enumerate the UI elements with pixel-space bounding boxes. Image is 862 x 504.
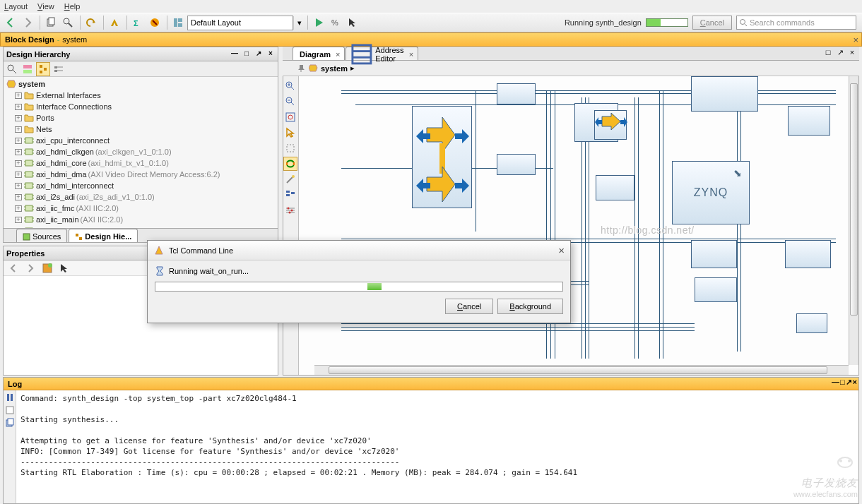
select-tool-icon[interactable] — [283, 126, 297, 140]
cancel-button-toolbar[interactable]: Cancel — [692, 16, 732, 30]
pin-icon[interactable] — [297, 64, 306, 73]
horizontal-scrollbar[interactable] — [314, 365, 849, 375]
expand-toggle[interactable]: + — [15, 217, 22, 223]
settings-icon[interactable] — [283, 203, 297, 217]
tree-item[interactable]: +Nets — [6, 124, 275, 135]
minimize-icon[interactable]: — — [229, 48, 240, 58]
find-button[interactable] — [60, 15, 76, 30]
search-commands[interactable]: Search commands — [736, 16, 856, 30]
expand-toggle[interactable]: + — [15, 205, 22, 212]
zoom-fit-icon[interactable] — [283, 110, 297, 124]
tab-address-editor[interactable]: Address Editor × — [346, 47, 418, 60]
tab-sources[interactable]: Sources — [16, 229, 67, 242]
dialog-cancel-button[interactable]: Cancel — [445, 299, 493, 314]
expand-toggle[interactable]: + — [15, 115, 22, 121]
layout-icon[interactable] — [170, 15, 186, 30]
close-tab-icon[interactable]: × — [409, 50, 413, 59]
ip-block[interactable] — [785, 240, 831, 268]
tree-item[interactable]: +axi_iic_main (AXI IIC:2.0) — [6, 214, 275, 225]
ip-block[interactable] — [691, 240, 737, 268]
tree-item[interactable]: +axi_hdmi_core (axi_hdmi_tx_v1_0:1.0) — [6, 157, 275, 169]
tree-item[interactable]: +Ports — [6, 112, 275, 124]
clear-icon[interactable] — [5, 405, 15, 415]
minimize-icon[interactable]: — — [832, 378, 839, 387]
ip-block[interactable] — [788, 106, 830, 136]
expand-toggle[interactable]: + — [15, 160, 22, 167]
hierarchy-view-icon[interactable] — [283, 188, 297, 202]
ip-block[interactable] — [691, 76, 758, 112]
cancel-run-button[interactable] — [147, 15, 163, 30]
expand-toggle[interactable]: + — [15, 149, 22, 155]
tree-item[interactable]: +axi_hdmi_clkgen (axi_clkgen_v1_0:1.0) — [6, 146, 275, 157]
zoom-in-icon[interactable] — [283, 79, 297, 93]
autolayout-icon[interactable] — [283, 157, 297, 171]
expand-toggle[interactable]: + — [15, 172, 22, 178]
ip-block[interactable] — [796, 313, 827, 333]
restore-icon[interactable]: ↗ — [253, 48, 264, 58]
ip-block[interactable] — [497, 83, 536, 104]
maximize-icon[interactable]: ↗ — [834, 47, 846, 57]
log-text[interactable]: Command: synth_design -top system_top -p… — [16, 390, 858, 503]
undo-button[interactable] — [83, 15, 99, 30]
menu-help[interactable]: Help — [64, 2, 81, 11]
prop-select-button[interactable] — [57, 260, 72, 276]
zynq-block[interactable]: ZYNQ ⬊ — [672, 161, 750, 224]
ip-block[interactable] — [497, 154, 536, 175]
expand-icon[interactable] — [20, 62, 35, 76]
magic-icon[interactable] — [283, 172, 297, 186]
ip-block[interactable] — [695, 277, 737, 302]
close-icon[interactable]: × — [853, 35, 858, 45]
dialog-close-icon[interactable]: × — [558, 244, 565, 256]
tree-item[interactable]: +axi_hdmi_interconnect — [6, 180, 275, 191]
prop-forward-button[interactable] — [23, 260, 38, 276]
prop-box-button[interactable] — [40, 260, 55, 276]
prop-back-button[interactable] — [6, 260, 21, 276]
restore-icon[interactable]: ↗ — [846, 378, 852, 387]
tab-design-hierarchy[interactable]: Design Hie... — [69, 229, 138, 242]
expand-toggle[interactable]: + — [15, 138, 22, 144]
copy-button[interactable] — [43, 15, 59, 30]
expand-toggle[interactable]: + — [15, 126, 22, 133]
link-button[interactable]: % — [328, 15, 343, 30]
copy-log-icon[interactable] — [5, 418, 15, 428]
search-icon[interactable] — [5, 62, 19, 76]
ip-block[interactable] — [412, 106, 472, 208]
diagram-canvas[interactable]: ZYNQ ⬊ — [299, 76, 858, 375]
dialog-background-button[interactable]: Background — [497, 299, 563, 314]
tab-diagram[interactable]: Diagram × — [293, 47, 345, 60]
forward-button[interactable] — [20, 15, 35, 30]
breadcrumb-text[interactable]: system — [321, 64, 348, 73]
close-tab-icon[interactable]: × — [336, 50, 340, 59]
minimize-icon[interactable]: □ — [822, 47, 834, 57]
expand-toggle[interactable]: + — [15, 183, 22, 189]
sigma-button[interactable]: Σ — [130, 15, 146, 30]
zoom-out-icon[interactable] — [283, 95, 297, 109]
back-button[interactable] — [3, 15, 18, 30]
layout-combo[interactable]: Default Layout — [187, 16, 293, 30]
tree-root[interactable]: system — [6, 78, 275, 90]
maximize-icon[interactable]: □ — [241, 48, 252, 58]
select-button[interactable] — [345, 15, 360, 30]
close-icon[interactable]: × — [846, 47, 858, 57]
maximize-icon[interactable]: □ — [840, 378, 845, 387]
vertical-scrollbar[interactable] — [849, 76, 858, 365]
expand-toggle[interactable]: + — [15, 104, 22, 110]
expand-toggle[interactable]: + — [15, 194, 22, 200]
tree-item[interactable]: +Interface Connections — [6, 101, 275, 112]
close-icon[interactable]: × — [853, 378, 857, 387]
tree-item[interactable]: +axi_i2s_adi (axi_i2s_adi_v1_0:1.0) — [6, 191, 275, 203]
pause-icon[interactable] — [5, 392, 15, 402]
flat-mode-icon[interactable] — [52, 62, 66, 76]
tree-item[interactable]: +axi_iic_fmc (AXI IIC:2.0) — [6, 203, 275, 214]
tree-item[interactable]: +axi_hdmi_dma (AXI Video Direct Memory A… — [6, 169, 275, 180]
tree-mode-icon[interactable] — [36, 62, 50, 76]
menu-view[interactable]: View — [37, 2, 54, 11]
expand-toggle[interactable]: + — [15, 92, 22, 99]
ip-block[interactable] — [596, 175, 634, 200]
synthesis-button[interactable] — [107, 15, 122, 30]
close-icon[interactable]: × — [265, 48, 276, 58]
ip-block[interactable] — [594, 110, 627, 140]
layout-combo-arrow[interactable]: ▾ — [293, 16, 305, 30]
area-tool-icon[interactable] — [283, 141, 297, 155]
play-button[interactable] — [311, 15, 326, 30]
